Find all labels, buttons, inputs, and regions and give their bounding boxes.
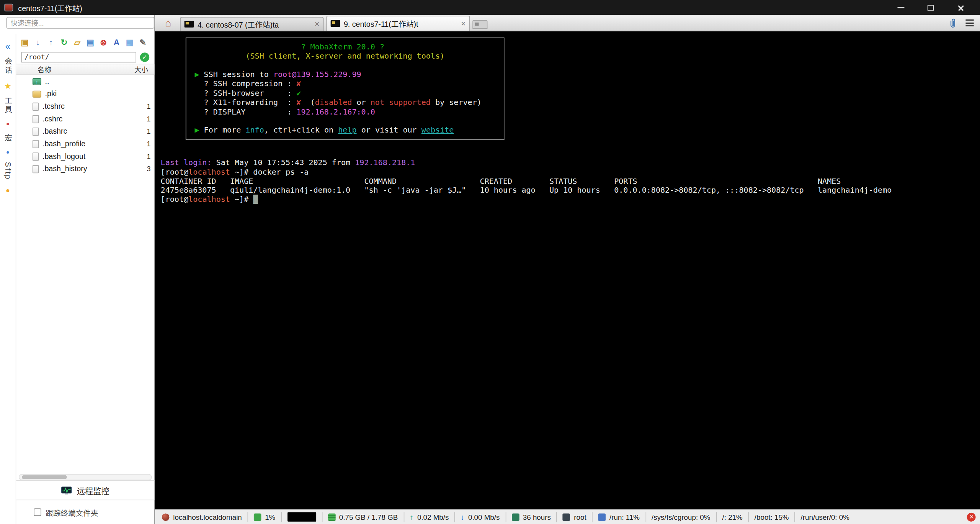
new-tab-button[interactable] [472,20,487,29]
terminal-line: [root@localhost ~]# █ [161,195,892,205]
file-list-header[interactable]: 名称 大小 [16,64,154,75]
tab-close-icon[interactable]: × [315,20,319,28]
file-name: .cshrc [42,115,62,123]
file-name: .. [45,77,49,86]
statusbar-label: /run/user/0: 0% [801,513,849,521]
statusbar-label: localhost.localdomain [173,513,242,521]
file-icon [33,115,39,123]
tab-label: 4. centos8-07 (工作站)ta [198,19,311,29]
left-panel: «会话★工具●宏●Sftp● ▣↓↑↻▱▤⊗A▦✎ ✓ 名称 大小 ↑...pk… [0,15,155,524]
horizontal-scrollbar[interactable] [19,474,152,480]
xserver-icon[interactable]: ● [6,149,10,155]
home-tab-button[interactable]: ⌂ [157,15,179,30]
upload-icon[interactable]: ↑ [46,37,56,46]
close-button[interactable] [950,0,972,15]
uptime-icon [511,513,519,521]
terminal-line: ▶ For more info, ctrl+click on help or v… [190,126,500,135]
tab-sftp[interactable]: Sftp [3,162,12,180]
path-go-button[interactable]: ✓ [140,52,149,61]
terminal[interactable]: ? MobaXterm 20.0 ? (SSH client, X-server… [155,31,980,509]
file-row[interactable]: .bashrc1 [16,125,154,138]
host-icon [162,513,170,521]
file-row[interactable]: .tcshrc1 [16,100,154,113]
maximize-button[interactable] [920,0,941,15]
status-items: localhost.localdomain1%0.75 GB / 1.78 GB… [156,512,855,522]
download-icon[interactable]: ↓ [33,37,43,46]
window-title: centos7-11(工作站) [18,2,82,13]
quick-connect-input[interactable] [6,17,154,29]
column-name[interactable]: 名称 [38,64,51,74]
close-icon [957,4,964,11]
terminal-line: ? DISPLAY : 192.168.2.167:0.0 [190,107,500,116]
file-row[interactable]: .bash_history3 [16,162,154,175]
terminal-line: Last login: Sat May 10 17:55:43 2025 fro… [161,158,892,167]
file-name: .bash_profile [42,139,85,148]
file-row[interactable]: .pki [16,88,154,100]
terminal-line: ? X11-forwarding : ✘ (disabled or not su… [190,98,500,107]
minimize-button[interactable] [890,0,911,15]
file-size: 1 [147,103,154,110]
terminal-line: CONTAINER ID IMAGE COMMAND CREATED STATU… [161,177,892,186]
file-row[interactable]: .bash_profile1 [16,138,154,150]
file-icon [33,102,39,110]
path-input[interactable] [21,52,136,62]
terminal-line [190,61,500,70]
window-controls [890,0,980,15]
terminal-line: ? SSH compression : ✘ [190,80,500,89]
new-folder-icon[interactable]: ▱ [72,37,83,46]
status-bar: localhost.localdomain1%0.75 GB / 1.78 GB… [155,509,980,524]
tab-bar: ⌂ 4. centos8-07 (工作站)ta×9. centos7-11(工作… [155,15,980,31]
scrollbar-thumb[interactable] [22,475,67,479]
file-name: .tcshrc [42,102,65,111]
statusbar-label: root [574,513,586,521]
file-name: .bash_logout [42,152,85,161]
statusbar-item: localhost.localdomain [156,512,247,522]
mobaxterm-banner: ? MobaXterm 20.0 ? (SSH client, X-server… [186,38,505,140]
tab-close-icon[interactable]: × [461,20,466,28]
file-row[interactable]: .bash_logout1 [16,150,154,163]
terminal-tab-2[interactable]: 9. centos7-11(工作站)t× [326,16,470,31]
statusbar-item: 1% [247,512,281,522]
statusbar-item: /run: 11% [592,512,645,522]
statusbar-item: ↑0.02 Mb/s [403,512,454,522]
file-row[interactable]: .cshrc1 [16,113,154,125]
bookmark-icon[interactable]: ▣ [20,37,30,46]
statusbar-label: /boot: 15% [755,513,789,521]
menu-icon[interactable] [965,20,973,26]
terminal-line: 2475e8a63075 qiuli/langchain4j-demo:1.0 … [161,186,892,195]
attachments-icon[interactable] [949,18,957,28]
delete-icon[interactable]: ⊗ [98,37,109,46]
terminal-line: [root@localhost ~]# docker ps -a [161,167,892,177]
terminal-line: (SSH client, X-server and networking too… [190,52,500,61]
help-icon[interactable]: ● [6,187,10,194]
statusbar-item: 36 hours [505,512,556,522]
copy-icon[interactable]: ▤ [85,37,96,46]
follow-terminal-checkbox[interactable] [34,508,41,516]
file-name: .bash_history [42,164,87,173]
refresh-icon[interactable]: ↻ [59,37,69,46]
tab-tools[interactable]: 工具 [3,97,13,115]
terminal-thumbnail-icon [331,20,340,27]
settings-icon[interactable]: ▦ [124,37,135,46]
statusbar-item: /run/user/0: 0% [794,512,855,522]
statusbar-item: ↓0.00 Mb/s [454,512,505,522]
remote-monitoring-label: 远程监控 [77,484,109,496]
file-size: 1 [147,152,154,160]
terminal-thumbnail-icon [185,21,194,28]
file-row[interactable]: ↑.. [16,75,154,88]
favorites-star-icon[interactable]: ★ [4,82,11,90]
tab-sessions[interactable]: 会话 [3,57,13,75]
tab-macros[interactable]: 宏 [3,134,13,142]
follow-terminal-folder[interactable]: 跟踪终端文件夹 [16,503,154,522]
games-icon[interactable]: ● [6,121,10,127]
collapse-sidebar-icon[interactable]: « [5,41,11,51]
side-strip: «会话★工具●宏●Sftp● [0,34,16,524]
terminal-tab-1[interactable]: 4. centos8-07 (工作站)ta× [180,17,324,31]
statusbar-close-button[interactable] [967,513,976,521]
font-icon[interactable]: A [111,37,122,46]
file-icon [33,140,39,148]
statusbar-item: /boot: 15% [748,512,794,522]
column-size[interactable]: 大小 [134,64,154,74]
edit-icon[interactable]: ✎ [137,37,148,46]
remote-monitoring-button[interactable]: 远程监控 [16,480,154,500]
